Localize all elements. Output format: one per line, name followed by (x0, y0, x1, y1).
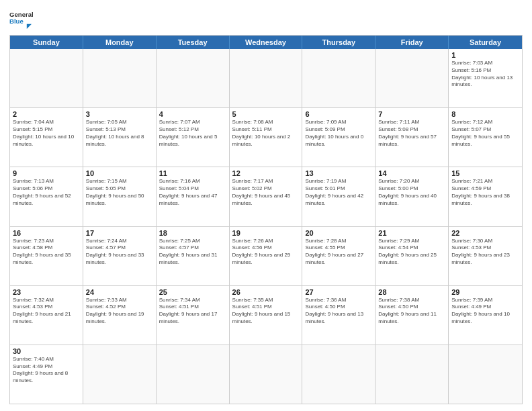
calendar-cell (83, 345, 157, 404)
day-number: 6 (305, 110, 372, 118)
calendar-week-3: 9Sunrise: 7:13 AM Sunset: 5:06 PM Daylig… (10, 167, 522, 226)
day-info: Sunrise: 7:39 AM Sunset: 4:49 PM Dayligh… (451, 297, 519, 326)
calendar-cell: 22Sunrise: 7:30 AM Sunset: 4:53 PM Dayli… (449, 227, 522, 285)
day-info: Sunrise: 7:08 AM Sunset: 5:11 PM Dayligh… (232, 119, 300, 148)
calendar-cell: 26Sunrise: 7:35 AM Sunset: 4:51 PM Dayli… (230, 286, 303, 345)
calendar-cell: 14Sunrise: 7:20 AM Sunset: 5:00 PM Dayli… (375, 167, 449, 226)
day-info: Sunrise: 7:17 AM Sunset: 5:02 PM Dayligh… (232, 178, 300, 207)
day-info: Sunrise: 7:16 AM Sunset: 5:04 PM Dayligh… (159, 178, 226, 207)
day-info: Sunrise: 7:19 AM Sunset: 5:01 PM Dayligh… (305, 178, 372, 207)
day-number: 23 (13, 288, 80, 296)
calendar-cell: 4Sunrise: 7:07 AM Sunset: 5:12 PM Daylig… (157, 108, 230, 167)
svg-marker-2 (27, 24, 32, 29)
day-of-week-thursday: Thursday (302, 36, 375, 49)
day-number: 25 (159, 288, 226, 296)
calendar-cell (157, 345, 230, 404)
day-number: 8 (451, 110, 519, 118)
day-number: 7 (378, 110, 445, 118)
day-number: 17 (86, 229, 153, 237)
calendar-cell (157, 49, 230, 107)
day-number: 14 (378, 169, 445, 177)
calendar-cell (230, 345, 303, 404)
day-info: Sunrise: 7:13 AM Sunset: 5:06 PM Dayligh… (13, 178, 80, 207)
day-info: Sunrise: 7:20 AM Sunset: 5:00 PM Dayligh… (378, 178, 445, 207)
logo: General Blue (9, 7, 34, 31)
calendar-cell (375, 49, 449, 107)
calendar-cell: 20Sunrise: 7:28 AM Sunset: 4:55 PM Dayli… (302, 227, 375, 285)
calendar-cell: 17Sunrise: 7:24 AM Sunset: 4:57 PM Dayli… (83, 227, 157, 285)
day-number: 29 (451, 288, 519, 296)
calendar-cell: 2Sunrise: 7:04 AM Sunset: 5:15 PM Daylig… (10, 108, 83, 167)
calendar-cell: 18Sunrise: 7:25 AM Sunset: 4:57 PM Dayli… (157, 227, 230, 285)
day-info: Sunrise: 7:15 AM Sunset: 5:05 PM Dayligh… (86, 178, 153, 207)
calendar-cell (302, 345, 375, 404)
day-number: 9 (13, 169, 80, 177)
day-number: 16 (13, 229, 80, 237)
calendar-cell: 23Sunrise: 7:32 AM Sunset: 4:53 PM Dayli… (10, 286, 83, 345)
calendar-cell: 24Sunrise: 7:33 AM Sunset: 4:52 PM Dayli… (83, 286, 157, 345)
day-of-week-tuesday: Tuesday (157, 36, 230, 49)
calendar-cell (230, 49, 303, 107)
calendar-week-1: 1Sunrise: 7:03 AM Sunset: 5:16 PM Daylig… (10, 49, 522, 107)
day-info: Sunrise: 7:29 AM Sunset: 4:54 PM Dayligh… (378, 238, 445, 267)
day-number: 19 (232, 229, 300, 237)
day-info: Sunrise: 7:11 AM Sunset: 5:08 PM Dayligh… (378, 119, 445, 148)
calendar-cell: 9Sunrise: 7:13 AM Sunset: 5:06 PM Daylig… (10, 167, 83, 226)
day-number: 10 (86, 169, 153, 177)
day-info: Sunrise: 7:07 AM Sunset: 5:12 PM Dayligh… (159, 119, 226, 148)
calendar-cell: 11Sunrise: 7:16 AM Sunset: 5:04 PM Dayli… (157, 167, 230, 226)
day-number: 13 (305, 169, 372, 177)
day-number: 11 (159, 169, 226, 177)
day-number: 12 (232, 169, 300, 177)
day-number: 3 (86, 110, 153, 118)
day-number: 24 (86, 288, 153, 296)
calendar-cell (10, 49, 83, 107)
day-number: 30 (13, 347, 80, 355)
calendar-cell: 6Sunrise: 7:09 AM Sunset: 5:09 PM Daylig… (302, 108, 375, 167)
day-info: Sunrise: 7:36 AM Sunset: 4:50 PM Dayligh… (305, 297, 372, 326)
calendar-cell: 28Sunrise: 7:38 AM Sunset: 4:50 PM Dayli… (375, 286, 449, 345)
day-info: Sunrise: 7:32 AM Sunset: 4:53 PM Dayligh… (13, 297, 80, 326)
day-number: 21 (378, 229, 445, 237)
day-number: 20 (305, 229, 372, 237)
calendar-cell: 10Sunrise: 7:15 AM Sunset: 5:05 PM Dayli… (83, 167, 157, 226)
day-of-week-sunday: Sunday (10, 36, 83, 49)
day-number: 27 (305, 288, 372, 296)
day-info: Sunrise: 7:40 AM Sunset: 4:49 PM Dayligh… (13, 356, 80, 385)
calendar-cell: 7Sunrise: 7:11 AM Sunset: 5:08 PM Daylig… (375, 108, 449, 167)
day-info: Sunrise: 7:28 AM Sunset: 4:55 PM Dayligh… (305, 238, 372, 267)
calendar-cell: 1Sunrise: 7:03 AM Sunset: 5:16 PM Daylig… (449, 49, 522, 107)
day-number: 18 (159, 229, 226, 237)
calendar-cell: 13Sunrise: 7:19 AM Sunset: 5:01 PM Dayli… (302, 167, 375, 226)
calendar-cell: 3Sunrise: 7:05 AM Sunset: 5:13 PM Daylig… (83, 108, 157, 167)
calendar-cell (375, 345, 449, 404)
day-info: Sunrise: 7:03 AM Sunset: 5:16 PM Dayligh… (451, 60, 519, 89)
calendar-cell: 8Sunrise: 7:12 AM Sunset: 5:07 PM Daylig… (449, 108, 522, 167)
calendar-cell: 25Sunrise: 7:34 AM Sunset: 4:51 PM Dayli… (157, 286, 230, 345)
calendar: SundayMondayTuesdayWednesdayThursdayFrid… (9, 35, 523, 404)
calendar-week-4: 16Sunrise: 7:23 AM Sunset: 4:58 PM Dayli… (10, 226, 522, 285)
calendar-week-6: 30Sunrise: 7:40 AM Sunset: 4:49 PM Dayli… (10, 345, 522, 404)
day-info: Sunrise: 7:23 AM Sunset: 4:58 PM Dayligh… (13, 238, 80, 267)
day-info: Sunrise: 7:34 AM Sunset: 4:51 PM Dayligh… (159, 297, 226, 326)
day-info: Sunrise: 7:35 AM Sunset: 4:51 PM Dayligh… (232, 297, 300, 326)
day-info: Sunrise: 7:30 AM Sunset: 4:53 PM Dayligh… (451, 238, 519, 267)
calendar-cell (449, 345, 522, 404)
calendar-week-2: 2Sunrise: 7:04 AM Sunset: 5:15 PM Daylig… (10, 107, 522, 167)
day-of-week-saturday: Saturday (449, 36, 522, 49)
general-blue-logo: General Blue (9, 7, 34, 31)
day-number: 26 (232, 288, 300, 296)
day-info: Sunrise: 7:26 AM Sunset: 4:56 PM Dayligh… (232, 238, 300, 267)
calendar-cell: 30Sunrise: 7:40 AM Sunset: 4:49 PM Dayli… (10, 345, 83, 404)
page: General Blue SundayMondayTuesdayWednesda… (0, 0, 532, 411)
day-number: 28 (378, 288, 445, 296)
calendar-cell: 19Sunrise: 7:26 AM Sunset: 4:56 PM Dayli… (230, 227, 303, 285)
calendar-cell: 5Sunrise: 7:08 AM Sunset: 5:11 PM Daylig… (230, 108, 303, 167)
day-info: Sunrise: 7:21 AM Sunset: 4:59 PM Dayligh… (451, 178, 519, 207)
header: General Blue (9, 7, 523, 31)
calendar-cell: 16Sunrise: 7:23 AM Sunset: 4:58 PM Dayli… (10, 227, 83, 285)
day-of-week-friday: Friday (375, 36, 449, 49)
calendar-cell (83, 49, 157, 107)
day-number: 1 (451, 51, 519, 59)
day-number: 5 (232, 110, 300, 118)
